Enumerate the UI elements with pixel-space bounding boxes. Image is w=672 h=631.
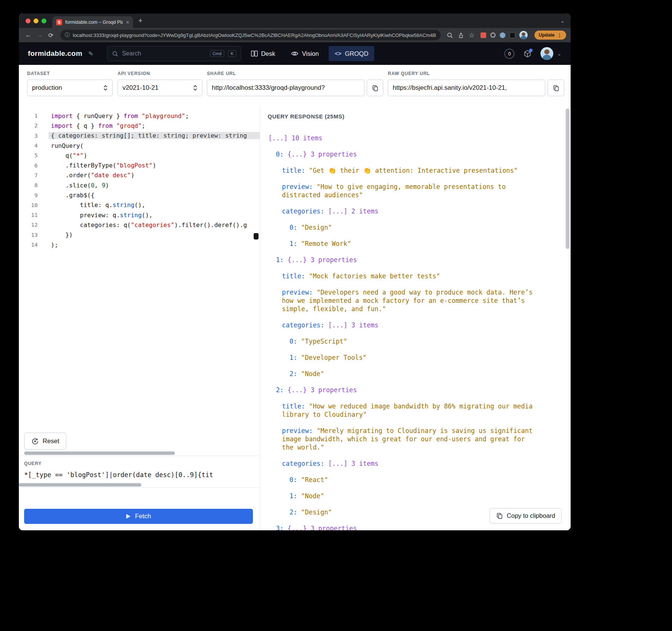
reset-button[interactable]: Reset [24,433,66,450]
profile-avatar[interactable] [519,31,528,39]
share-icon[interactable] [458,32,464,38]
bookmark-star-icon[interactable]: ☆ [469,31,475,39]
code-line-8[interactable]: 8 .slice(0, 9) [19,180,260,190]
dataset-value: production [32,84,62,92]
code-editor[interactable]: 1import { runQuery } from "playground";2… [19,106,260,451]
response-row[interactable]: categories: [...] 2 items [268,207,571,215]
response-row[interactable]: 1: "Developer Tools" [268,353,571,362]
code-line-13[interactable]: 13 }) [19,230,260,240]
code-line-11[interactable]: 11 preview: q.string(), [19,210,260,220]
code-line-14[interactable]: 14); [19,240,260,250]
response-row[interactable]: 2: "Node" [268,370,571,378]
code-line-9[interactable]: 9 .grab$({ [19,190,260,200]
editor-scrollbar-thumb[interactable] [254,233,259,240]
query-horizontal-scrollbar [19,483,260,487]
code-line-1[interactable]: 1import { runQuery } from "playground"; [19,111,260,121]
notification-count-badge[interactable]: 0 [504,49,514,59]
line-number: 2 [19,123,38,129]
response-row[interactable]: categories: [...] 3 items [268,321,571,329]
window-zoom-button[interactable] [41,18,46,23]
response-row[interactable]: 0: "TypeScript" [268,337,571,345]
response-row[interactable]: [...] 10 items [268,134,571,142]
code-line-4[interactable]: 4runQuery( [19,141,260,150]
response-row[interactable]: 0: {...} 3 properties [268,150,571,158]
code-line-5[interactable]: 5 q("*") [19,150,260,160]
forward-button[interactable]: → [35,32,44,38]
line-number: 10 [19,202,38,208]
zoom-icon[interactable] [447,32,453,38]
line-number: 12 [19,222,38,228]
extension-icon[interactable] [490,32,496,38]
compose-pencil-icon[interactable]: ✎ [88,50,93,57]
site-info-icon[interactable]: ⓘ [65,32,70,38]
response-row[interactable]: title: "How we reduced image bandwidth b… [268,402,571,419]
extension-icon[interactable] [481,32,486,38]
response-panel: QUERY RESPONSE (25MS) [...] 10 items0: {… [260,106,571,530]
extension-icon[interactable] [500,32,505,38]
share-url-copy-button[interactable] [367,80,383,96]
code-line-6[interactable]: 6 .filterByType("blogPost") [19,160,260,170]
dataset-select[interactable]: production [27,80,113,96]
menu-dots-icon: ⋮ [557,32,562,38]
nav-desk[interactable]: Desk [245,46,282,61]
code-line-3[interactable]: 3{ categories: string[]; title: string; … [19,131,260,141]
window-close-button[interactable] [26,18,31,23]
code-line-10[interactable]: 10 title: q.string(), [19,200,260,210]
code-line-text: ); [51,241,58,249]
studio-header: formidable.com ✎ Search Cmd K Desk Visio… [19,42,571,65]
code-line-2[interactable]: 2import { q } from "groqd"; [19,121,260,130]
extension-icon[interactable] [510,32,515,38]
package-button[interactable] [524,50,531,58]
address-bar[interactable]: ⓘ localhost:3333/groqd-playground?code=J… [60,30,441,40]
response-row[interactable]: preview: "How to give engaging, memorabl… [268,183,571,199]
user-avatar[interactable] [540,47,553,60]
response-row[interactable]: title: "Mock factories make better tests… [268,272,571,280]
studio-search-input[interactable]: Search Cmd K [107,46,241,61]
code-line-text: q("*") [51,152,87,159]
api-version-select[interactable]: v2021-10-21 [118,80,202,96]
raw-query-url-input[interactable]: https://bsjecfri.api.sanity.io/v2021-10-… [388,80,545,96]
response-row[interactable]: 1: "Node" [268,492,571,500]
share-url-input[interactable]: http://localhost:3333/groqd-playground? [207,80,364,96]
raw-query-url-copy-button[interactable] [548,80,564,96]
studio-brand[interactable]: formidable.com [28,49,82,58]
horizontal-scrollbar-thumb[interactable] [24,451,175,455]
line-number: 13 [19,232,38,238]
controls-row: DATASET production API VERSION v2021-10-… [19,65,571,106]
window-minimize-button[interactable] [34,18,38,23]
reload-button[interactable]: ⟳ [46,32,56,39]
response-row[interactable]: 1: {...} 3 properties [268,256,571,264]
browser-tab[interactable]: S formidable.com – Groqd Playg × [52,16,133,28]
tab-close-icon[interactable]: × [126,19,129,25]
response-row[interactable]: 0: "Design" [268,223,571,232]
back-button[interactable]: ← [23,32,33,38]
extension-icons [481,31,528,39]
nav-groqd[interactable]: <> GROQD [329,46,374,61]
fetch-button[interactable]: Fetch [24,509,253,524]
chevron-down-icon[interactable]: ⌄ [557,51,562,57]
response-row[interactable]: preview: "Merely migrating to Cloudinary… [268,427,571,451]
response-row[interactable]: title: "Get 👏 their 👏 attention: Interac… [268,166,571,175]
vertical-scrollbar-thumb[interactable] [566,109,569,249]
code-line-text: .order("date desc") [51,172,135,179]
new-tab-button[interactable]: + [138,17,142,25]
horizontal-scrollbar-thumb[interactable] [19,483,141,487]
response-tree: [...] 10 items0: {...} 3 propertiestitle… [268,134,571,530]
raw-query-url-group: RAW QUERY URL https://bsjecfri.api.sanit… [388,71,564,96]
response-row[interactable]: preview: "Developers need a good way to … [268,288,571,313]
chrome-update-button[interactable]: Update ⋮ [534,31,566,40]
code-line-7[interactable]: 7 .order("date desc") [19,170,260,180]
response-row[interactable]: 2: {...} 3 properties [268,386,571,394]
response-row[interactable]: 3: {...} 3 properties [268,524,571,530]
response-row[interactable]: 1: "Remote Work" [268,240,571,248]
tab-title: formidable.com – Groqd Playg [65,20,123,25]
tab-search-chevron-icon[interactable]: ⌄ [560,18,565,24]
copy-to-clipboard-button[interactable]: Copy to clipboard [490,508,562,524]
nav-vision[interactable]: Vision [285,46,325,61]
response-row[interactable]: categories: [...] 3 items [268,459,571,468]
tab-bar: S formidable.com – Groqd Playg × + ⌄ [19,14,571,28]
play-icon [126,514,131,519]
kbd-k: K [228,50,236,57]
response-row[interactable]: 0: "React" [268,476,571,484]
code-line-12[interactable]: 12 categories: q("categories").filter().… [19,220,260,230]
